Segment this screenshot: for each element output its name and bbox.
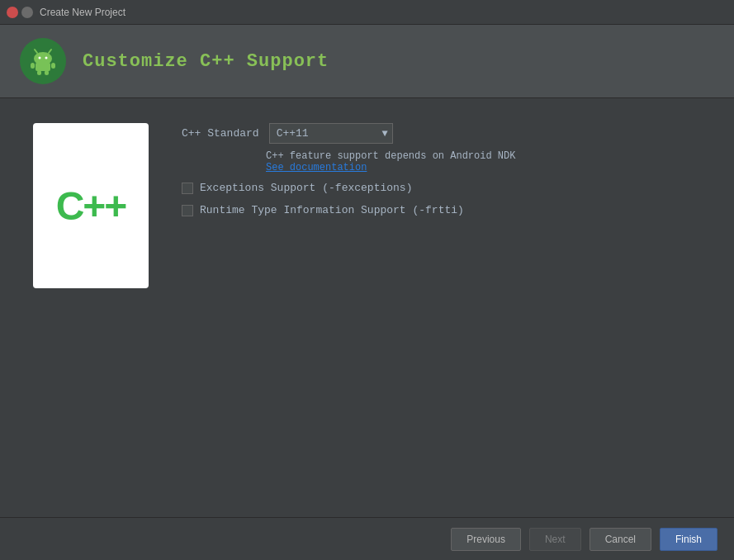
- cpp-standard-select[interactable]: Toolchain Default C++11 C++14 C++17: [269, 123, 393, 144]
- svg-rect-7: [51, 63, 55, 69]
- finish-button[interactable]: Finish: [660, 528, 717, 551]
- right-panel: C++ Standard Toolchain Default C++11 C++…: [182, 98, 734, 560]
- rtti-row: Runtime Type Information Support (-frtti…: [182, 204, 717, 216]
- svg-rect-8: [37, 70, 41, 75]
- footer: Previous Next Cancel Finish: [0, 517, 734, 560]
- rtti-label[interactable]: Runtime Type Information Support (-frtti…: [200, 204, 464, 216]
- svg-rect-9: [45, 70, 49, 75]
- svg-rect-6: [31, 63, 35, 69]
- cpp-logo-text: C++: [56, 183, 126, 229]
- cpp-standard-label: C++ Standard: [182, 127, 259, 140]
- window-title: Create New Project: [40, 7, 125, 18]
- info-block: C++ feature support depends on Android N…: [182, 150, 717, 173]
- page-header: Customize C++ Support: [0, 25, 734, 98]
- close-button[interactable]: [7, 7, 18, 18]
- left-panel: C++: [0, 98, 182, 560]
- cpp-card: C++: [33, 123, 149, 288]
- see-documentation-link[interactable]: See documentation: [266, 162, 717, 173]
- window-controls: [7, 7, 33, 18]
- svg-point-3: [39, 57, 41, 59]
- page-title: Customize C++ Support: [83, 51, 329, 72]
- title-bar: Create New Project: [0, 0, 734, 25]
- exceptions-label[interactable]: Exceptions Support (-fexceptions): [200, 182, 412, 194]
- rtti-checkbox[interactable]: [182, 205, 193, 216]
- android-logo: [20, 38, 66, 84]
- svg-point-4: [45, 57, 48, 59]
- cancel-button[interactable]: Cancel: [590, 528, 651, 551]
- content-wrapper: C++ C++ Standard Toolchain Default C++11…: [0, 98, 734, 560]
- android-studio-icon: [28, 46, 58, 76]
- cpp-standard-dropdown-container: Toolchain Default C++11 C++14 C++17 ▼: [269, 123, 393, 144]
- exceptions-checkbox[interactable]: [182, 183, 193, 194]
- svg-line-1: [35, 50, 37, 53]
- previous-button[interactable]: Previous: [451, 528, 521, 551]
- svg-line-2: [49, 50, 51, 53]
- exceptions-row: Exceptions Support (-fexceptions): [182, 182, 717, 194]
- checkbox-area: Exceptions Support (-fexceptions) Runtim…: [182, 182, 717, 216]
- next-button[interactable]: Next: [529, 528, 581, 551]
- page-body: Customize C++ Support C++ C++ Standard T…: [0, 25, 734, 560]
- ndk-info-text: C++ feature support depends on Android N…: [266, 150, 717, 162]
- svg-rect-5: [36, 63, 50, 71]
- cpp-standard-row: C++ Standard Toolchain Default C++11 C++…: [182, 123, 717, 144]
- minimize-button[interactable]: [21, 7, 33, 18]
